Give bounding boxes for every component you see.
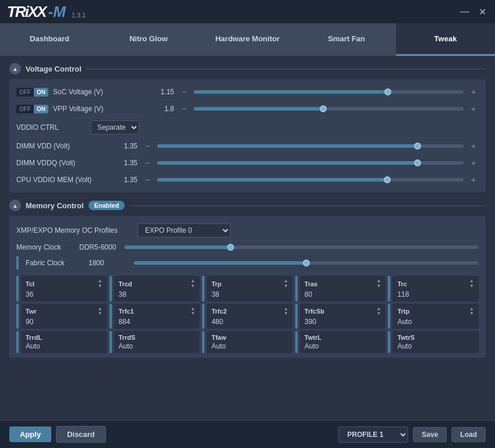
xmp-label: XMP/EXPO Memory OC Profiles bbox=[16, 226, 133, 234]
trcd-header: Trcd ▲ ▼ bbox=[119, 279, 196, 289]
main-content: ▲ Voltage Control OFF ON SoC Voltage (V)… bbox=[0, 56, 495, 420]
trfcsb-down[interactable]: ▼ bbox=[376, 311, 381, 317]
load-button[interactable]: Load bbox=[451, 427, 486, 442]
trp-down[interactable]: ▼ bbox=[284, 284, 288, 289]
tab-tweak[interactable]: Tweak bbox=[396, 23, 495, 56]
trc-down[interactable]: ▼ bbox=[469, 284, 474, 289]
trcd-cell-inner: Trcd ▲ ▼ 38 bbox=[114, 276, 200, 301]
tab-smart-fan[interactable]: Smart Fan bbox=[297, 23, 396, 56]
memory-section-line bbox=[129, 205, 486, 206]
tab-dashboard[interactable]: Dashboard bbox=[0, 23, 99, 56]
vddio-row: VDDIO CTRL Separate Unified bbox=[16, 118, 479, 138]
dimm-vddq-label: DIMM VDDQ (Volt) bbox=[16, 159, 109, 167]
profile-select[interactable]: PROFILE 1 PROFILE 2 PROFILE 3 bbox=[338, 426, 408, 443]
timing-trfc1-cell: Trfc1 ▲ ▼ 884 bbox=[109, 304, 200, 329]
trc-indicator bbox=[388, 276, 390, 301]
timing-trcd-cell: Trcd ▲ ▼ 38 bbox=[109, 276, 200, 301]
vpp-voltage-value: 1.8 bbox=[151, 105, 174, 113]
soc-toggle[interactable]: OFF ON bbox=[16, 88, 48, 97]
trtp-value: Auto bbox=[397, 318, 412, 326]
memory-clock-value: DDR5-6000 bbox=[79, 243, 120, 251]
twtrs-label: TwtrS bbox=[397, 334, 415, 341]
soc-toggle-off[interactable]: OFF bbox=[16, 88, 34, 97]
tab-nitro-glow[interactable]: Nitro Glow bbox=[99, 23, 198, 56]
memory-collapse-button[interactable]: ▲ bbox=[9, 200, 21, 211]
cpu-vddio-slider[interactable] bbox=[157, 178, 464, 182]
timing-trrdl-cell: TrrdL Auto bbox=[16, 331, 107, 353]
trfc1-arrows: ▲ ▼ bbox=[190, 307, 195, 317]
timing-trfc2-cell: Trfc2 ▲ ▼ 480 bbox=[202, 304, 293, 329]
dimm-vddq-plus[interactable]: + bbox=[468, 158, 479, 168]
apply-button[interactable]: Apply bbox=[9, 426, 51, 442]
tfaw-value: Auto bbox=[211, 342, 226, 350]
trc-header: Trc ▲ ▼ bbox=[397, 279, 474, 289]
xmp-select[interactable]: EXPO Profile 0 XMP Profile 1 XMP Profile… bbox=[137, 223, 231, 237]
dimm-vdd-slider[interactable] bbox=[157, 144, 464, 148]
trfc2-cell-inner: Trfc2 ▲ ▼ 480 bbox=[207, 304, 293, 329]
cpu-vddio-minus[interactable]: − bbox=[142, 175, 153, 185]
trp-arrows: ▲ ▼ bbox=[284, 279, 288, 289]
minimize-button[interactable]: — bbox=[459, 6, 471, 17]
trfc2-value: 480 bbox=[211, 318, 223, 326]
soc-voltage-minus[interactable]: − bbox=[179, 87, 189, 97]
twr-cell-inner: Twr ▲ ▼ 90 bbox=[21, 304, 107, 329]
dimm-vddq-slider[interactable] bbox=[157, 161, 464, 165]
soc-voltage-value: 1.15 bbox=[151, 88, 174, 96]
vpp-voltage-plus[interactable]: + bbox=[468, 104, 479, 114]
soc-toggle-on[interactable]: ON bbox=[34, 88, 48, 97]
dimm-vddq-minus[interactable]: − bbox=[142, 158, 153, 168]
vpp-toggle-off[interactable]: OFF bbox=[16, 105, 34, 113]
vpp-toggle[interactable]: OFF ON bbox=[16, 105, 48, 113]
close-button[interactable]: ✕ bbox=[476, 6, 488, 17]
logo-text: TRiXX bbox=[7, 3, 46, 21]
trfc2-down[interactable]: ▼ bbox=[284, 311, 288, 317]
trrdl-cell-inner: TrrdL Auto bbox=[21, 331, 107, 353]
tcl-down[interactable]: ▼ bbox=[98, 284, 102, 289]
vddio-select[interactable]: Separate Unified bbox=[91, 120, 139, 134]
soc-voltage-plus[interactable]: + bbox=[468, 87, 479, 97]
dimm-vddq-row: DIMM VDDQ (Volt) 1.35 − + bbox=[16, 155, 479, 172]
memory-section: ▲ Memory Control Enabled XMP/EXPO Memory… bbox=[9, 200, 486, 358]
memory-clock-row: Memory Clock DDR5-6000 bbox=[16, 241, 479, 254]
trfcsb-indicator bbox=[295, 304, 298, 329]
timing-tfaw-cell: Tfaw Auto bbox=[202, 331, 293, 353]
tab-hardware-monitor[interactable]: Hardware Monitor bbox=[198, 23, 297, 56]
vpp-toggle-on[interactable]: ON bbox=[34, 105, 48, 113]
trp-value: 38 bbox=[211, 290, 219, 298]
dimm-vdd-plus[interactable]: + bbox=[468, 141, 479, 151]
trrds-label: TrrdS bbox=[119, 334, 136, 341]
soc-voltage-slider[interactable] bbox=[194, 90, 464, 94]
timing-trrds-cell: TrrdS Auto bbox=[109, 331, 200, 353]
trtp-arrows: ▲ ▼ bbox=[469, 307, 474, 317]
timing-trtp-cell: Trtp ▲ ▼ Auto bbox=[388, 304, 479, 329]
trfc1-down[interactable]: ▼ bbox=[190, 311, 195, 317]
memory-clock-slider[interactable] bbox=[125, 246, 479, 249]
titlebar: TRiXX -M 1.3.1 — ✕ bbox=[0, 0, 495, 23]
timing-twtrs-cell: TwtrS Auto bbox=[388, 331, 479, 353]
save-button[interactable]: Save bbox=[413, 427, 447, 442]
trrdl-indicator bbox=[16, 331, 19, 353]
twr-down[interactable]: ▼ bbox=[98, 311, 102, 317]
dimm-vdd-minus[interactable]: − bbox=[142, 141, 153, 151]
tcl-indicator bbox=[16, 276, 19, 301]
memory-enabled-toggle[interactable]: Enabled bbox=[89, 201, 125, 210]
trtp-down[interactable]: ▼ bbox=[469, 311, 474, 317]
trrds-indicator bbox=[109, 331, 112, 353]
voltage-collapse-button[interactable]: ▲ bbox=[9, 63, 21, 74]
tfaw-indicator bbox=[202, 331, 204, 353]
vpp-voltage-slider[interactable] bbox=[194, 107, 464, 111]
tcl-arrows: ▲ ▼ bbox=[98, 279, 102, 289]
trfc1-indicator bbox=[109, 304, 112, 329]
cpu-vddio-plus[interactable]: + bbox=[468, 175, 479, 185]
twtrs-indicator bbox=[388, 331, 390, 353]
twtrs-value: Auto bbox=[397, 342, 412, 350]
vpp-voltage-minus[interactable]: − bbox=[179, 104, 189, 114]
trp-cell-inner: Trp ▲ ▼ 38 bbox=[207, 276, 293, 301]
cpu-vddio-value: 1.35 bbox=[114, 176, 137, 184]
trcd-down[interactable]: ▼ bbox=[190, 284, 195, 289]
fabric-clock-slider[interactable] bbox=[134, 261, 479, 265]
vpp-voltage-row: OFF ON VPP Voltage (V) 1.8 − + bbox=[16, 101, 479, 118]
tras-down[interactable]: ▼ bbox=[376, 284, 381, 289]
discard-button[interactable]: Discard bbox=[56, 426, 106, 443]
tras-value: 80 bbox=[305, 290, 312, 298]
